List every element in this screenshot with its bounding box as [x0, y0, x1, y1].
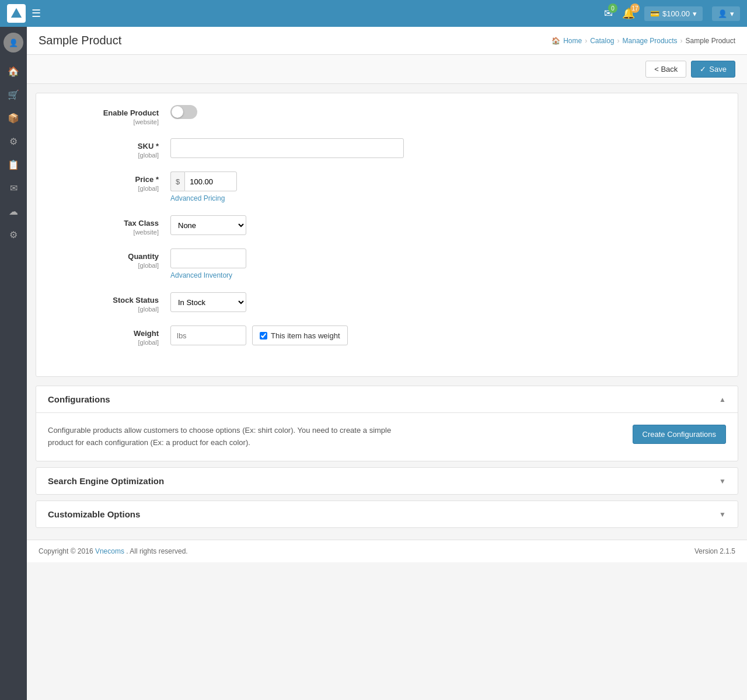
seo-header[interactable]: Search Engine Optimization	[36, 468, 738, 494]
price-input[interactable]	[184, 172, 237, 191]
catalog-icon: 🛒	[8, 89, 19, 100]
hamburger-icon[interactable]: ☰	[32, 7, 41, 20]
configurations-description: Configurable products allow customers to…	[48, 425, 410, 449]
configurations-chevron-icon	[719, 395, 726, 404]
sku-scope: [global]	[54, 152, 159, 159]
weight-row: Weight [global] This item has weight	[54, 326, 720, 346]
sidebar-item-orders[interactable]: 📦	[0, 106, 27, 130]
enable-product-toggle[interactable]	[170, 105, 197, 119]
sku-input[interactable]	[170, 138, 404, 158]
user-menu-button[interactable]: 👤 ▾	[712, 6, 740, 21]
breadcrumb: 🏠 Home › Catalog › Manage Products › Sam…	[551, 37, 735, 45]
page-title: Sample Product	[39, 34, 121, 47]
breadcrumb-catalog[interactable]: Catalog	[590, 37, 614, 45]
quantity-scope: [global]	[54, 262, 159, 269]
balance-button[interactable]: 💳 $100.00 ▾	[644, 6, 703, 21]
sidebar-item-catalog[interactable]: 🛒	[0, 83, 27, 106]
weight-label-group: Weight [global]	[54, 326, 170, 346]
weight-scope: [global]	[54, 339, 159, 346]
advanced-inventory-link[interactable]: Advanced Inventory	[170, 271, 720, 279]
notification-badge: 17	[630, 4, 640, 13]
save-check-icon: ✓	[700, 65, 706, 74]
advanced-pricing-link[interactable]: Advanced Pricing	[170, 194, 720, 202]
user-icon: 👤	[718, 9, 727, 18]
quantity-label: Quantity	[128, 252, 159, 261]
customizable-options-header[interactable]: Customizable Options	[36, 501, 738, 527]
sidebar-item-home[interactable]: 🏠	[0, 60, 27, 83]
sku-label: SKU	[138, 142, 153, 150]
messages-icon[interactable]: ✉ 0	[604, 7, 613, 20]
weight-label: Weight	[134, 329, 159, 338]
home-icon: 🏠	[8, 66, 19, 77]
top-nav-right: ✉ 0 🔔 17 💳 $100.00 ▾ 👤 ▾	[604, 6, 740, 21]
seo-title: Search Engine Optimization	[48, 476, 164, 486]
weight-checkbox-label[interactable]: This item has weight	[252, 326, 348, 345]
sidebar-item-messages[interactable]: ✉	[0, 176, 27, 200]
sku-row: SKU * [global]	[54, 138, 720, 159]
customizable-options-section: Customizable Options	[36, 501, 738, 528]
enable-product-row: Enable Product [website]	[54, 105, 720, 125]
price-input-group: $	[170, 172, 246, 191]
toolbar: < Back ✓ Save	[27, 55, 747, 84]
tax-class-label-group: Tax Class [website]	[54, 215, 170, 236]
message-badge: 0	[608, 4, 617, 13]
sku-control	[170, 138, 720, 158]
customizable-options-chevron-icon	[719, 510, 726, 519]
enable-product-scope: [website]	[54, 118, 159, 125]
product-form: Enable Product [website] SKU * [global]	[36, 93, 738, 377]
breadcrumb-sep-1: ›	[585, 37, 587, 45]
footer-company-link[interactable]: Vnecoms	[95, 547, 124, 555]
avatar: 👤	[4, 33, 23, 52]
sidebar-item-config[interactable]: ⚙	[0, 223, 27, 246]
price-label-group: Price * [global]	[54, 172, 170, 192]
quantity-label-group: Quantity [global]	[54, 249, 170, 269]
create-configurations-button[interactable]: Create Configurations	[633, 425, 726, 444]
enable-product-label-group: Enable Product [website]	[54, 105, 170, 125]
footer-version-number: 2.1.5	[720, 547, 735, 555]
tax-class-row: Tax Class [website] None Taxable Goods S…	[54, 215, 720, 236]
save-button[interactable]: ✓ Save	[691, 61, 735, 78]
price-prefix: $	[170, 172, 184, 191]
customizable-options-title: Customizable Options	[48, 509, 140, 519]
tax-class-scope: [website]	[54, 229, 159, 236]
breadcrumb-home[interactable]: Home	[563, 37, 582, 45]
sidebar-item-settings[interactable]: ⚙	[0, 130, 27, 153]
quantity-input[interactable]	[170, 249, 246, 268]
content-icon: 📋	[8, 159, 19, 170]
orders-icon: 📦	[8, 113, 19, 124]
configurations-title: Configurations	[48, 394, 110, 404]
balance-label: $100.00	[662, 9, 690, 18]
weight-checkbox[interactable]	[260, 332, 267, 340]
stock-status-label: Stock Status	[113, 296, 159, 304]
notifications-icon[interactable]: 🔔 17	[622, 7, 635, 20]
settings-icon: ⚙	[9, 136, 18, 147]
quantity-control: Advanced Inventory	[170, 249, 720, 279]
footer-version: Version 2.1.5	[694, 547, 735, 555]
tax-class-select[interactable]: None Taxable Goods Shipping	[170, 215, 246, 235]
save-label: Save	[709, 65, 727, 74]
price-control: $ Advanced Pricing	[170, 172, 720, 202]
main-content: Sample Product 🏠 Home › Catalog › Manage…	[27, 27, 747, 700]
weight-input[interactable]	[170, 326, 246, 345]
user-chevron-icon: ▾	[730, 9, 734, 18]
breadcrumb-current: Sample Product	[686, 37, 735, 45]
configurations-content: Configurable products allow customers to…	[48, 425, 726, 449]
configurations-header[interactable]: Configurations	[36, 386, 738, 413]
sidebar-item-cloud[interactable]: ☁	[0, 200, 27, 223]
footer-copyright: Copyright © 2016 Vnecoms . All rights re…	[39, 547, 188, 555]
footer-rights-text: . All rights reserved.	[126, 547, 187, 555]
app-logo	[7, 4, 26, 23]
page-footer: Copyright © 2016 Vnecoms . All rights re…	[27, 540, 747, 562]
price-label: Price	[135, 175, 154, 184]
stock-status-select[interactable]: In Stock Out of Stock	[170, 292, 246, 312]
toggle-track	[170, 105, 197, 119]
breadcrumb-sep-2: ›	[617, 37, 620, 45]
breadcrumb-manage-products[interactable]: Manage Products	[623, 37, 678, 45]
back-button[interactable]: < Back	[645, 61, 686, 78]
weight-control: This item has weight	[170, 326, 720, 345]
sidebar: 👤 🏠 🛒 📦 ⚙ 📋 ✉ ☁ ⚙	[0, 27, 27, 700]
sidebar-item-content[interactable]: 📋	[0, 153, 27, 176]
price-scope: [global]	[54, 185, 159, 192]
stock-status-label-group: Stock Status [global]	[54, 292, 170, 313]
footer-version-label: Version	[694, 547, 718, 555]
